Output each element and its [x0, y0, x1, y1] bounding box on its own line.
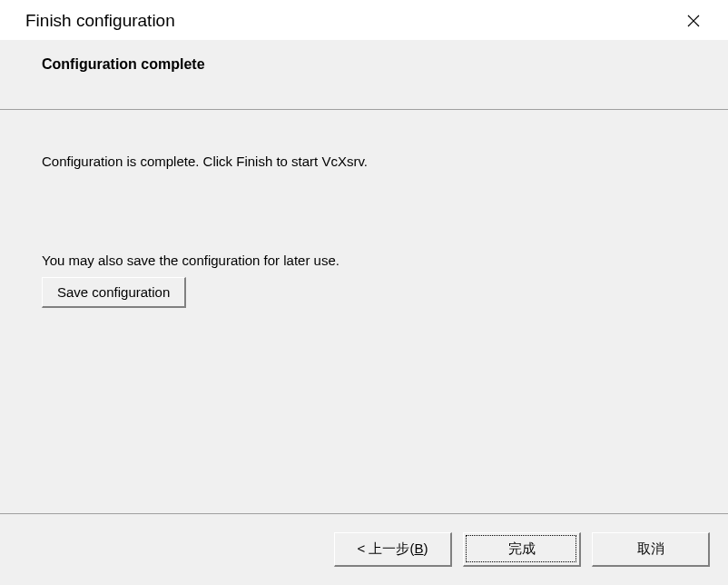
back-button-suffix: ) — [423, 540, 428, 556]
close-icon — [687, 15, 700, 27]
cancel-button[interactable]: 取消 — [592, 532, 710, 567]
close-button[interactable] — [675, 7, 712, 35]
wizard-footer: < 上一步(B) 完成 取消 — [0, 514, 728, 585]
back-button-prefix: < 上一步( — [358, 540, 415, 556]
content-area: Configuration is complete. Click Finish … — [0, 110, 728, 514]
page-title: Configuration complete — [42, 56, 728, 73]
save-hint-text: You may also save the configuration for … — [42, 253, 686, 268]
back-button-accelerator: B — [414, 540, 423, 556]
window-title: Finish configuration — [25, 11, 175, 31]
dialog-window: Finish configuration Configuration compl… — [0, 0, 728, 585]
completion-message: Configuration is complete. Click Finish … — [42, 154, 686, 169]
wizard-header: Configuration complete — [0, 40, 728, 110]
titlebar: Finish configuration — [0, 0, 728, 40]
save-configuration-button[interactable]: Save configuration — [42, 277, 186, 308]
back-button[interactable]: < 上一步(B) — [334, 532, 452, 567]
finish-button[interactable]: 完成 — [463, 532, 581, 567]
